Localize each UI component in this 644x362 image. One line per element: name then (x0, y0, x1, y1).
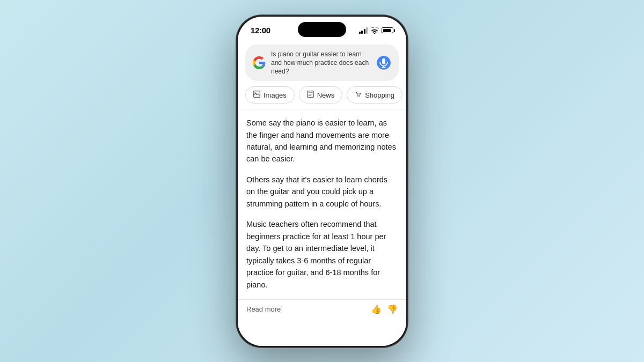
tab-images[interactable]: Images (245, 86, 295, 104)
phone-wrapper: 12:00 (236, 15, 408, 348)
wifi-icon (370, 27, 379, 34)
answer-content: Some say the piano is easier to learn, a… (238, 117, 406, 291)
phone-screen: 12:00 (238, 17, 406, 346)
tab-news[interactable]: News (299, 86, 343, 104)
images-tab-label: Images (264, 91, 287, 99)
battery-icon (382, 27, 393, 33)
read-more-link[interactable]: Read more (246, 305, 281, 313)
status-icons (359, 27, 394, 34)
news-tab-label: News (317, 91, 335, 99)
shopping-tab-icon (355, 91, 362, 99)
answer-footer: Read more 👍 👎 (238, 299, 406, 320)
search-query: Is piano or guitar easier to learn and h… (271, 50, 371, 76)
signal-icon (359, 27, 368, 34)
status-time: 12:00 (251, 26, 270, 35)
dynamic-island (298, 22, 346, 37)
tab-shopping[interactable]: Shopping (347, 86, 402, 104)
svg-point-10 (357, 96, 358, 97)
svg-point-11 (359, 96, 360, 97)
news-tab-icon (307, 91, 314, 99)
google-logo (253, 56, 266, 69)
filter-tabs: Images News Shopping (238, 86, 406, 104)
status-bar: 12:00 (238, 17, 406, 40)
phone-frame: 12:00 (236, 15, 408, 348)
images-tab-icon (253, 91, 260, 99)
answer-paragraph-3: Music teachers often recommend that begi… (246, 218, 398, 291)
svg-rect-1 (382, 58, 385, 64)
feedback-icons: 👍 👎 (371, 304, 398, 314)
mic-icon[interactable] (376, 55, 391, 70)
thumbs-up-icon[interactable]: 👍 (371, 304, 382, 314)
thumbs-down-icon[interactable]: 👎 (387, 304, 398, 314)
search-bar[interactable]: Is piano or guitar easier to learn and h… (245, 45, 399, 82)
screen-content: Is piano or guitar easier to learn and h… (238, 40, 406, 346)
answer-paragraph-2: Others say that it's easier to learn cho… (246, 174, 398, 210)
answer-paragraph-1: Some say the piano is easier to learn, a… (246, 117, 398, 165)
shopping-tab-label: Shopping (365, 91, 394, 99)
content-divider (238, 109, 406, 109)
